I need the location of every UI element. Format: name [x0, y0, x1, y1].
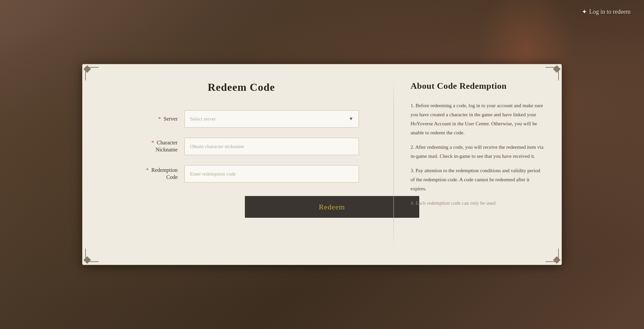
top-bar: ✦ Log in to redeem	[0, 0, 644, 23]
main-panel: Redeem Code * Server Select server ▼ *	[82, 64, 562, 265]
redeem-button-wrapper: Redeem	[124, 193, 359, 218]
star-icon: ✦	[582, 8, 587, 16]
nickname-field-row: * CharacterNickname	[124, 138, 359, 155]
nickname-label: * CharacterNickname	[124, 139, 178, 153]
corner-border-bl	[85, 249, 99, 262]
server-select[interactable]: Select server	[184, 110, 359, 128]
server-label: * Server	[124, 116, 178, 123]
info-item-2: 2. After redeeming a code, you will rece…	[411, 143, 545, 161]
form-fields: * Server Select server ▼ * CharacterNick…	[124, 110, 359, 193]
info-item-3: 3. Pay attention to the redemption condi…	[411, 166, 545, 193]
corner-border-tl	[85, 67, 99, 80]
info-text: 1. Before redeeming a code, log in to yo…	[411, 101, 545, 208]
info-item-4: 4. Each redemption code can only be used	[411, 199, 545, 208]
login-link[interactable]: ✦ Log in to redeem	[582, 8, 631, 16]
code-field-row: * RedemptionCode	[124, 165, 359, 183]
info-title: About Code Redemption	[411, 81, 545, 91]
corner-border-br	[545, 249, 559, 262]
code-required-star: *	[146, 167, 149, 173]
server-select-wrapper: Select server ▼	[184, 110, 359, 128]
code-label: * RedemptionCode	[124, 167, 178, 181]
server-field-row: * Server Select server ▼	[124, 110, 359, 128]
form-section: Redeem Code * Server Select server ▼ *	[83, 64, 393, 265]
server-required-star: *	[158, 116, 161, 122]
corner-border-tr	[545, 67, 559, 80]
form-title: Redeem Code	[208, 81, 275, 93]
info-item-1: 1. Before redeeming a code, log in to yo…	[411, 101, 545, 137]
nickname-input[interactable]	[184, 138, 359, 155]
info-section: About Code Redemption 1. Before redeemin…	[394, 64, 561, 265]
redemption-code-input[interactable]	[184, 165, 359, 183]
nickname-required-star: *	[151, 140, 154, 145]
redeem-button[interactable]: Redeem	[245, 196, 419, 218]
login-label[interactable]: Log in to redeem	[589, 8, 631, 15]
